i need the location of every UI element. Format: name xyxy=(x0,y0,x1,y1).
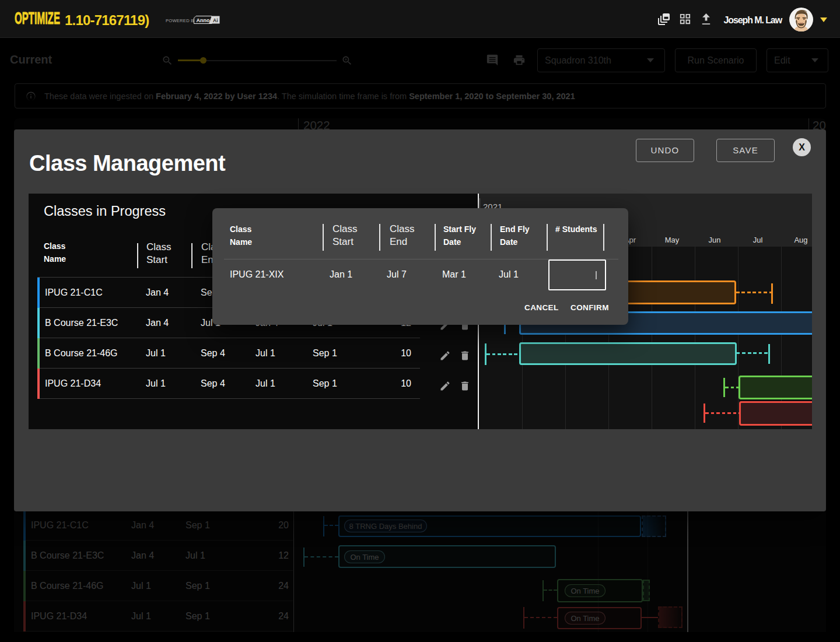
svg-text:Anno: Anno xyxy=(197,17,210,23)
svg-text:Ai: Ai xyxy=(213,17,218,23)
